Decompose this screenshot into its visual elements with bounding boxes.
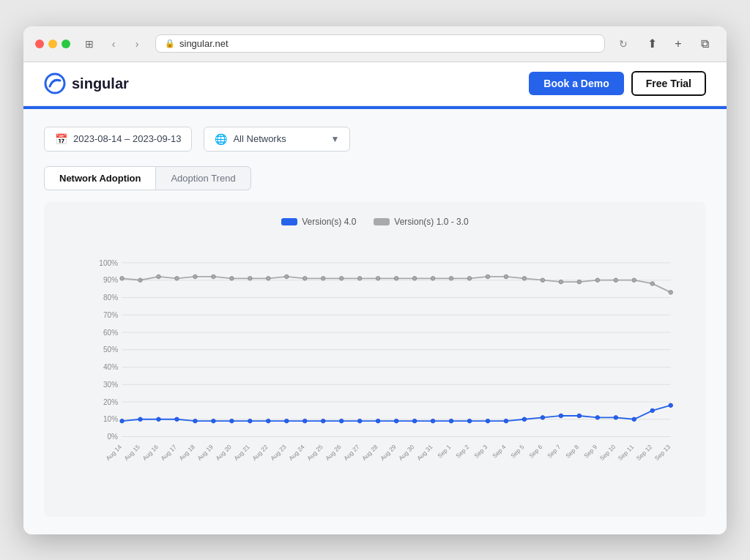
svg-point-57 <box>175 276 179 280</box>
svg-point-62 <box>267 276 270 280</box>
svg-point-61 <box>248 276 252 280</box>
chart-svg: 100%90%80%70%60%50%40%30%20%10%0% Aug 14… <box>95 239 684 488</box>
svg-text:40%: 40% <box>103 363 118 371</box>
svg-text:100%: 100% <box>99 258 118 266</box>
network-filter-left: 🌐 All Networks <box>215 133 286 145</box>
svg-point-99 <box>376 419 379 422</box>
svg-point-92 <box>248 419 252 422</box>
svg-point-83 <box>650 281 654 285</box>
svg-point-81 <box>614 277 617 281</box>
svg-point-95 <box>303 419 307 422</box>
svg-text:Sep 13: Sep 13 <box>653 443 672 461</box>
chevron-down-icon: ▼ <box>331 134 340 144</box>
svg-text:Sep 7: Sep 7 <box>546 443 562 459</box>
svg-text:60%: 60% <box>103 328 118 336</box>
chart-wrapper: 100%90%80%70%60%50%40%30%20%10%0% Aug 14… <box>95 239 684 488</box>
close-button[interactable] <box>35 40 44 48</box>
svg-point-103 <box>449 419 453 422</box>
svg-text:Sep 5: Sep 5 <box>510 443 526 459</box>
svg-point-66 <box>339 276 343 280</box>
svg-point-89 <box>193 419 197 422</box>
svg-text:Aug 17: Aug 17 <box>160 443 178 461</box>
svg-text:Aug 15: Aug 15 <box>123 443 141 461</box>
svg-point-80 <box>595 277 599 281</box>
legend-v4-label: Version(s) 4.0 <box>302 217 356 227</box>
svg-text:Sep 10: Sep 10 <box>598 443 617 461</box>
share-button[interactable]: ⬆ <box>642 34 662 54</box>
maximize-button[interactable] <box>62 40 70 48</box>
new-tab-button[interactable]: + <box>668 34 688 54</box>
legend-v4: Version(s) 4.0 <box>281 217 356 227</box>
svg-text:Aug 16: Aug 16 <box>141 443 160 461</box>
forward-button[interactable]: › <box>127 34 146 53</box>
svg-point-87 <box>157 417 160 421</box>
svg-point-69 <box>394 276 398 280</box>
url-text: singular.net <box>179 38 229 49</box>
svg-point-98 <box>357 419 361 422</box>
logo-text: singular <box>72 75 129 92</box>
svg-text:Aug 20: Aug 20 <box>215 443 233 461</box>
svg-text:Sep 3: Sep 3 <box>473 443 489 459</box>
svg-point-111 <box>595 415 599 419</box>
svg-point-58 <box>193 275 197 278</box>
svg-text:Aug 26: Aug 26 <box>324 443 343 461</box>
svg-point-90 <box>212 419 215 422</box>
svg-point-88 <box>175 417 179 421</box>
svg-point-86 <box>138 417 142 421</box>
network-label: All Networks <box>233 133 286 144</box>
svg-text:Aug 22: Aug 22 <box>251 443 270 461</box>
svg-point-71 <box>431 276 434 280</box>
traffic-lights <box>35 40 70 48</box>
svg-point-78 <box>559 280 562 283</box>
chart-container: Version(s) 4.0 Version(s) 1.0 - 3.0 100%… <box>44 202 706 517</box>
svg-point-64 <box>303 276 307 280</box>
svg-text:Aug 14: Aug 14 <box>105 443 123 461</box>
svg-text:Sep 1: Sep 1 <box>437 443 453 459</box>
date-filter[interactable]: 📅 2023-08-14 – 2023-09-13 <box>44 127 192 152</box>
svg-text:30%: 30% <box>103 380 118 388</box>
svg-point-76 <box>522 276 526 280</box>
svg-text:Aug 25: Aug 25 <box>306 443 324 461</box>
svg-point-79 <box>577 280 581 283</box>
lock-icon: 🔒 <box>165 39 175 48</box>
svg-point-105 <box>486 419 489 422</box>
network-filter[interactable]: 🌐 All Networks ▼ <box>204 127 350 152</box>
tabs-button[interactable]: ⧉ <box>694 34 715 54</box>
svg-point-109 <box>559 414 562 417</box>
minimize-button[interactable] <box>48 40 57 48</box>
svg-point-107 <box>522 417 526 421</box>
browser-nav: ⊞ ‹ › <box>79 34 146 53</box>
svg-point-112 <box>614 415 617 419</box>
svg-text:Sep 4: Sep 4 <box>491 443 508 459</box>
tab-adoption-trend[interactable]: Adoption Trend <box>156 166 250 190</box>
svg-point-74 <box>486 275 489 278</box>
svg-text:Sep 9: Sep 9 <box>583 443 599 459</box>
refresh-button[interactable]: ↻ <box>614 34 633 53</box>
app-header: singular Book a Demo Free Trial <box>23 62 727 106</box>
svg-point-96 <box>322 419 325 422</box>
svg-text:Aug 27: Aug 27 <box>343 443 361 461</box>
back-button[interactable]: ‹ <box>104 34 123 53</box>
book-demo-button[interactable]: Book a Demo <box>529 72 623 95</box>
globe-icon: 🌐 <box>215 133 227 145</box>
address-bar[interactable]: 🔒 singular.net <box>155 34 605 53</box>
svg-text:Sep 2: Sep 2 <box>455 443 471 459</box>
free-trial-button[interactable]: Free Trial <box>631 71 706 96</box>
svg-point-100 <box>394 419 398 422</box>
tab-network-adoption[interactable]: Network Adoption <box>44 166 156 190</box>
svg-text:Sep 6: Sep 6 <box>528 443 544 459</box>
svg-point-63 <box>285 275 289 278</box>
chart-legend: Version(s) 4.0 Version(s) 1.0 - 3.0 <box>59 217 691 227</box>
svg-text:50%: 50% <box>103 346 118 354</box>
svg-text:Aug 29: Aug 29 <box>379 443 398 461</box>
svg-text:90%: 90% <box>103 276 118 284</box>
browser-actions: ⬆ + ⧉ <box>642 34 715 54</box>
svg-text:Aug 24: Aug 24 <box>288 443 306 461</box>
svg-point-77 <box>541 277 544 281</box>
svg-point-115 <box>669 403 672 407</box>
sidebar-toggle-button[interactable]: ⊞ <box>79 37 100 51</box>
svg-point-73 <box>467 276 471 280</box>
svg-point-59 <box>212 275 215 278</box>
svg-point-101 <box>412 419 416 422</box>
logo-icon <box>44 72 66 94</box>
